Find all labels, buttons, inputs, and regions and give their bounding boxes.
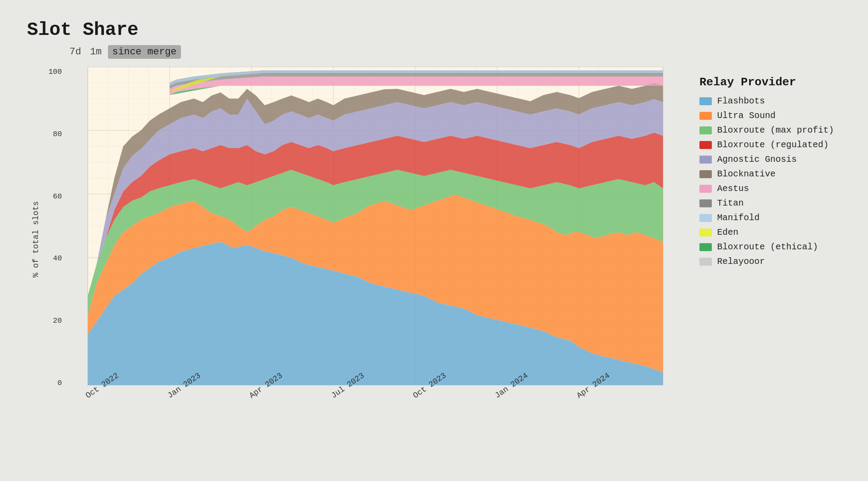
- y-tick-60: 60: [53, 192, 62, 201]
- y-tick-80: 80: [53, 130, 62, 138]
- legend-color-swatch: [699, 97, 712, 105]
- legend-color-swatch: [699, 229, 712, 237]
- legend-item-label: Titan: [717, 198, 744, 208]
- legend-item-label: Agnostic Gnosis: [717, 154, 797, 164]
- page-title: Slot Share: [27, 19, 841, 41]
- y-axis-label: % of total slots: [31, 201, 40, 278]
- legend-color-swatch: [699, 258, 712, 266]
- y-tick-40: 40: [53, 254, 62, 263]
- legend: Relay Provider Flashbots Ultra Sound Blo…: [699, 67, 841, 412]
- chart-svg: Oct 2022 Jan 2023 Apr 2023 Jul 2023 Oct …: [65, 67, 686, 412]
- legend-item-label: Flashbots: [717, 96, 765, 106]
- legend-item-label: Relayooor: [717, 256, 765, 267]
- time-7d-button[interactable]: 7d: [67, 46, 84, 58]
- legend-item-label: Bloxroute (max profit): [717, 125, 834, 135]
- legend-item: Blocknative: [699, 169, 841, 179]
- legend-item-label: Manifold: [717, 213, 760, 223]
- time-since-merge-button[interactable]: since merge: [108, 45, 181, 59]
- legend-color-swatch: [699, 199, 712, 207]
- legend-item-label: Ultra Sound: [717, 111, 776, 121]
- legend-color-swatch: [699, 214, 712, 222]
- legend-item: Agnostic Gnosis: [699, 154, 841, 164]
- y-tick-20: 20: [53, 317, 62, 325]
- legend-item: Eden: [699, 227, 841, 237]
- time-1m-button[interactable]: 1m: [87, 46, 104, 58]
- time-controls: 7d 1m since merge: [67, 45, 841, 59]
- legend-color-swatch: [699, 126, 712, 134]
- legend-item-label: Bloxroute (ethical): [717, 242, 818, 252]
- legend-item: Manifold: [699, 213, 841, 223]
- legend-item: Flashbots: [699, 96, 841, 106]
- legend-item: Aestus: [699, 183, 841, 194]
- legend-item-label: Aestus: [717, 183, 749, 194]
- y-tick-0: 0: [58, 379, 62, 387]
- legend-item: Titan: [699, 198, 841, 208]
- legend-item: Bloxroute (regulated): [699, 140, 841, 150]
- legend-item-label: Blocknative: [717, 169, 776, 179]
- legend-item-label: Eden: [717, 227, 738, 237]
- legend-color-swatch: [699, 170, 712, 178]
- legend-color-swatch: [699, 112, 712, 120]
- legend-item: Relayooor: [699, 256, 841, 267]
- legend-color-swatch: [699, 243, 712, 251]
- legend-title: Relay Provider: [699, 76, 841, 89]
- legend-item-label: Bloxroute (regulated): [717, 140, 829, 150]
- page-container: Slot Share 7d 1m since merge % of total …: [9, 6, 859, 475]
- legend-item: Bloxroute (max profit): [699, 125, 841, 135]
- legend-color-swatch: [699, 185, 712, 193]
- chart-area: % of total slots 100 80 60 40 20 0: [27, 67, 841, 412]
- legend-color-swatch: [699, 141, 712, 149]
- legend-item: Bloxroute (ethical): [699, 242, 841, 252]
- y-tick-100: 100: [48, 68, 62, 76]
- legend-items: Flashbots Ultra Sound Bloxroute (max pro…: [699, 96, 841, 267]
- legend-item: Ultra Sound: [699, 111, 841, 121]
- legend-color-swatch: [699, 156, 712, 164]
